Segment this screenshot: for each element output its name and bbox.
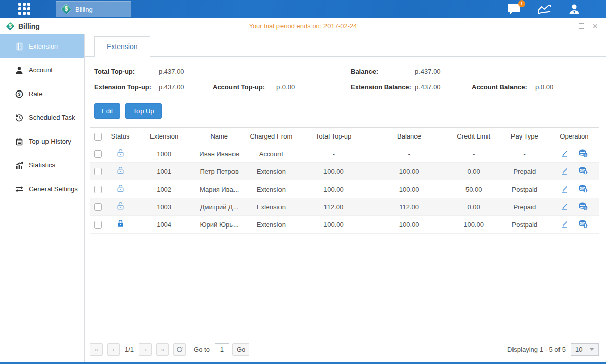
cell-credit-limit: 0.00 bbox=[448, 163, 500, 180]
minimize-icon[interactable]: – bbox=[567, 22, 571, 30]
cell-pay-type: Postpaid bbox=[500, 180, 549, 198]
edit-button[interactable]: Edit bbox=[94, 103, 120, 119]
sidebar-item-scheduled-task[interactable]: Scheduled Task bbox=[0, 106, 84, 129]
user-account-icon[interactable] bbox=[568, 3, 581, 15]
goto-page-input[interactable] bbox=[215, 343, 229, 355]
cell-name: Петр Петров bbox=[193, 163, 246, 180]
action-buttons: Edit Top Up bbox=[85, 95, 606, 119]
taskbar-item-billing[interactable]: $ Billing bbox=[56, 1, 131, 17]
header-status: Status bbox=[105, 128, 135, 145]
account-topup-value: p.0.00 bbox=[276, 83, 351, 91]
status-lock-icon[interactable] bbox=[116, 184, 125, 193]
header-name: Name bbox=[193, 128, 246, 145]
page-indicator: 1/1 bbox=[125, 346, 134, 353]
row-checkbox[interactable] bbox=[94, 186, 102, 193]
table-row: 1003 Дмитрий Д... Extension 112.00 112.0… bbox=[90, 198, 599, 216]
svg-text:$: $ bbox=[584, 153, 586, 157]
topup-row-icon[interactable]: $ bbox=[579, 220, 588, 228]
sidebar-item-account[interactable]: Account bbox=[0, 58, 84, 82]
account-balance-value: p.0.00 bbox=[535, 83, 553, 91]
cell-balance: 112.00 bbox=[371, 198, 448, 216]
cell-name: Иван Иванов bbox=[193, 145, 246, 163]
balance-value: p.437.00 bbox=[415, 68, 441, 75]
page-size-value: 10 bbox=[575, 346, 582, 353]
header-charged-from: Charged From bbox=[246, 128, 296, 145]
balance-label: Balance: bbox=[351, 68, 415, 75]
goto-label: Go to bbox=[194, 346, 210, 353]
scheduled-task-icon bbox=[15, 114, 23, 122]
edit-row-icon[interactable] bbox=[561, 149, 569, 157]
close-icon[interactable]: × bbox=[592, 22, 598, 31]
status-lock-icon[interactable] bbox=[116, 202, 125, 210]
sidebar-item-general-settings[interactable]: General Settings bbox=[0, 177, 84, 201]
edit-row-icon[interactable] bbox=[561, 202, 569, 210]
first-page-button[interactable]: « bbox=[90, 343, 103, 356]
cell-extension: 1004 bbox=[135, 216, 193, 234]
rate-icon: $ bbox=[15, 90, 23, 98]
extensions-table: Status Extension Name Charged From Total… bbox=[90, 127, 599, 234]
topup-row-icon[interactable]: $ bbox=[579, 149, 588, 157]
extension-icon bbox=[15, 42, 23, 51]
status-lock-icon[interactable] bbox=[116, 219, 125, 228]
sidebar-item-label: Top-up History bbox=[29, 138, 71, 145]
cell-credit-limit: 100.00 bbox=[448, 216, 500, 234]
trial-notice: Your trial period ends on: 2017-02-24 bbox=[0, 22, 606, 30]
total-topup-value: p.437.00 bbox=[159, 68, 351, 75]
topup-row-icon[interactable]: $ bbox=[579, 167, 588, 175]
row-checkbox[interactable] bbox=[94, 221, 102, 229]
svg-text:$: $ bbox=[584, 206, 586, 210]
cell-extension: 1001 bbox=[135, 163, 193, 180]
cell-credit-limit: 0.00 bbox=[448, 198, 500, 216]
sidebar-item-extension[interactable]: Extension bbox=[0, 34, 84, 58]
select-all-checkbox[interactable] bbox=[94, 133, 102, 141]
taskbar: $ Billing ! bbox=[0, 0, 606, 18]
cell-balance: 100.00 bbox=[371, 163, 448, 180]
edit-row-icon[interactable] bbox=[561, 167, 569, 175]
main-area: Extension Account $ Rate Scheduled Ta bbox=[0, 34, 606, 362]
row-checkbox[interactable] bbox=[94, 203, 102, 211]
displaying-text: Displaying 1 - 5 of 5 bbox=[507, 346, 566, 353]
sidebar: Extension Account $ Rate Scheduled Ta bbox=[0, 34, 85, 362]
account-topup-label: Account Top-up: bbox=[213, 83, 276, 91]
tab-bar: Extension bbox=[85, 34, 606, 57]
window-controls: – × bbox=[567, 22, 598, 31]
status-lock-icon[interactable] bbox=[116, 149, 125, 157]
row-checkbox[interactable] bbox=[94, 150, 102, 158]
next-page-button[interactable]: › bbox=[139, 343, 152, 356]
sidebar-item-topup-history[interactable]: Top-up History bbox=[0, 129, 84, 153]
statistics-icon bbox=[15, 161, 23, 169]
cell-charged-from: Account bbox=[246, 145, 296, 163]
cell-balance: - bbox=[371, 145, 448, 163]
status-lock-icon[interactable] bbox=[116, 166, 125, 175]
sidebar-item-label: Statistics bbox=[29, 161, 55, 169]
page-size-select[interactable]: 10 bbox=[571, 343, 599, 356]
sidebar-item-label: Scheduled Task bbox=[29, 114, 75, 121]
general-settings-icon bbox=[15, 185, 23, 193]
maximize-icon[interactable] bbox=[579, 23, 584, 29]
go-button[interactable]: Go bbox=[232, 343, 249, 356]
topup-row-icon[interactable]: $ bbox=[579, 202, 588, 210]
topup-row-icon[interactable]: $ bbox=[579, 185, 588, 193]
account-icon bbox=[15, 66, 23, 74]
messages-icon[interactable]: ! bbox=[507, 3, 521, 15]
last-page-button[interactable]: » bbox=[156, 343, 169, 356]
cell-extension: 1003 bbox=[135, 198, 193, 216]
sidebar-item-statistics[interactable]: Statistics bbox=[0, 153, 84, 177]
tab-extension[interactable]: Extension bbox=[94, 36, 150, 57]
refresh-button[interactable] bbox=[173, 343, 186, 356]
topup-button[interactable]: Top Up bbox=[125, 103, 161, 119]
edit-row-icon[interactable] bbox=[561, 220, 569, 228]
cell-total-topup: 100.00 bbox=[296, 163, 370, 180]
reports-chart-icon[interactable] bbox=[537, 3, 551, 15]
prev-page-button[interactable]: ‹ bbox=[107, 343, 120, 356]
edit-row-icon[interactable] bbox=[561, 185, 569, 193]
header-total-topup: Total Top-up bbox=[296, 128, 370, 145]
row-checkbox[interactable] bbox=[94, 168, 102, 175]
extension-balance-label: Extension Balance: bbox=[351, 83, 415, 91]
sidebar-item-rate[interactable]: $ Rate bbox=[0, 82, 84, 106]
app-grid-icon[interactable] bbox=[18, 3, 33, 16]
extensions-table-wrap: Status Extension Name Charged From Total… bbox=[90, 127, 599, 234]
cell-extension: 1002 bbox=[135, 180, 193, 198]
topup-history-icon bbox=[15, 138, 23, 146]
svg-text:$: $ bbox=[18, 92, 20, 97]
